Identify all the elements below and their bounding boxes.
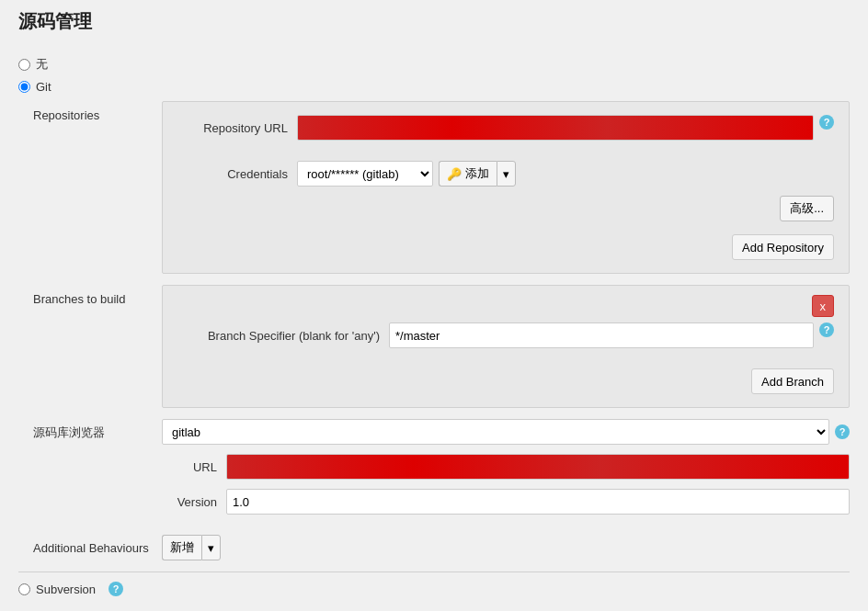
additional-block: Additional Behaviours 新增 ▾ <box>33 535 850 560</box>
add-behaviour-btn: 新增 ▾ <box>162 535 221 560</box>
repo-url-row: Repository URL ? <box>177 115 834 150</box>
credentials-select[interactable]: root/****** (gitlab) <box>297 161 433 187</box>
branch-delete-button[interactable]: x <box>812 295 835 317</box>
svn-help-icon[interactable]: ? <box>108 582 123 596</box>
add-branch-button[interactable]: Add Branch <box>751 368 834 394</box>
radio-none-label[interactable]: 无 <box>36 56 48 73</box>
credentials-row: Credentials root/****** (gitlab) 🔑 添加 <box>177 161 834 187</box>
browser-select-row: gitlab auto bitbucketServer ? <box>162 419 850 445</box>
radio-git-row: Git <box>18 80 850 94</box>
add-credentials-label: 添加 <box>465 165 489 182</box>
repo-url-field-group: Repository URL <box>177 115 814 150</box>
radio-svn-label[interactable]: Subversion <box>36 583 96 596</box>
browser-version-label: Version <box>162 495 217 509</box>
add-repo-row: Add Repository <box>177 234 834 260</box>
add-credentials-main-btn[interactable]: 🔑 添加 <box>439 161 497 187</box>
browser-url-input[interactable] <box>226 454 850 480</box>
additional-content: 新增 ▾ <box>162 535 221 560</box>
branch-specifier-label: Branch Specifier (blank for 'any') <box>177 329 380 343</box>
repositories-form: Repository URL ? Credentials <box>162 101 850 274</box>
repo-url-label: Repository URL <box>177 121 288 135</box>
add-behaviour-main-btn[interactable]: 新增 <box>162 535 201 560</box>
git-section: Repositories Repository URL <box>33 101 850 560</box>
browser-url-label: URL <box>162 460 217 474</box>
credentials-input-wrap: root/****** (gitlab) 🔑 添加 ▾ <box>297 161 834 187</box>
branches-block: Branches to build x Branch Specifier (bl… <box>33 285 850 408</box>
browser-version-row: Version <box>162 489 850 515</box>
branches-form: x Branch Specifier (blank for 'any') <box>162 285 850 408</box>
radio-none[interactable] <box>18 59 30 71</box>
branch-specifier-field-row: Branch Specifier (blank for 'any') <box>177 322 814 348</box>
browser-help-icon[interactable]: ? <box>835 424 850 439</box>
branch-specifier-help-icon[interactable]: ? <box>819 322 834 337</box>
page-title: 源码管理 <box>18 9 850 41</box>
browser-label: 源码库浏览器 <box>33 419 162 441</box>
browser-block: 源码库浏览器 gitlab auto bitbucketServer ? URL <box>33 419 850 524</box>
repo-url-input-wrap <box>297 115 814 141</box>
branches-content: x Branch Specifier (blank for 'any') <box>162 285 850 408</box>
add-behaviour-label: 新增 <box>170 539 194 556</box>
radio-git[interactable] <box>18 81 30 93</box>
advanced-button[interactable]: 高级... <box>780 196 834 221</box>
radio-svn[interactable] <box>18 583 30 595</box>
repositories-content: Repository URL ? Credentials <box>162 101 850 274</box>
branch-specifier-group: Branch Specifier (blank for 'any') <box>177 322 814 357</box>
radio-svn-row: Subversion ? <box>18 582 850 596</box>
add-credentials-caret-btn[interactable]: ▾ <box>497 161 516 187</box>
key-icon: 🔑 <box>447 167 462 181</box>
browser-select[interactable]: gitlab auto bitbucketServer <box>162 419 829 445</box>
repo-url-input[interactable] <box>297 115 814 141</box>
advanced-row: 高级... <box>177 196 834 227</box>
branch-specifier-input-wrap <box>389 322 814 348</box>
branches-label: Branches to build <box>33 285 162 306</box>
browser-url-row: URL <box>162 454 850 480</box>
browser-version-input[interactable] <box>226 489 850 515</box>
additional-label: Additional Behaviours <box>33 541 162 555</box>
add-behaviour-caret-btn[interactable]: ▾ <box>201 535 221 560</box>
divider <box>18 571 850 572</box>
repositories-block: Repositories Repository URL <box>33 101 850 274</box>
radio-none-row: 无 <box>18 56 850 73</box>
branch-specifier-input[interactable] <box>389 322 814 348</box>
repo-url-help-icon[interactable]: ? <box>819 115 834 130</box>
add-repository-button[interactable]: Add Repository <box>732 234 834 260</box>
repo-url-field-row: Repository URL <box>177 115 814 141</box>
credentials-label: Credentials <box>177 167 288 181</box>
radio-git-label[interactable]: Git <box>36 80 51 94</box>
branch-specifier-row: Branch Specifier (blank for 'any') ? <box>177 322 834 357</box>
add-branch-row: Add Branch <box>177 368 834 394</box>
add-credentials-btn: 🔑 添加 ▾ <box>439 161 516 187</box>
repositories-label: Repositories <box>33 101 162 122</box>
page-container: 源码管理 无 Git Repositories Repository URL <box>0 0 868 611</box>
branch-delete-row: x <box>177 295 834 317</box>
browser-content: gitlab auto bitbucketServer ? URL Versio… <box>162 419 850 524</box>
